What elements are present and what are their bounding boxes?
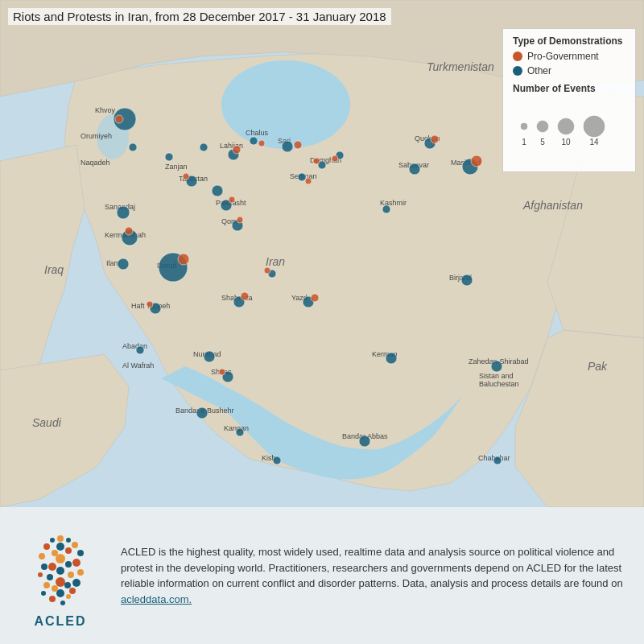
svg-point-90 <box>233 146 241 154</box>
svg-text:Orumiyeh: Orumiyeh <box>80 132 112 140</box>
svg-point-121 <box>77 550 84 556</box>
map-title: Riots and Protests in Iran, from 28 Dece… <box>8 8 391 25</box>
svg-point-117 <box>66 538 71 543</box>
svg-point-94 <box>183 173 189 180</box>
svg-point-112 <box>558 118 574 134</box>
svg-point-129 <box>65 561 72 568</box>
legend-type-title: Type of Demonstrations <box>513 35 625 47</box>
svg-point-99 <box>178 254 189 265</box>
svg-point-141 <box>69 588 76 594</box>
svg-point-59 <box>212 185 223 196</box>
svg-point-104 <box>311 294 319 302</box>
svg-text:Al Wafrah: Al Wafrah <box>122 361 154 369</box>
svg-point-135 <box>47 574 53 580</box>
svg-point-98 <box>125 227 133 235</box>
footer: ACLED ACLED is the highest quality, most… <box>0 507 644 644</box>
svg-text:5: 5 <box>540 138 545 147</box>
svg-point-127 <box>41 564 47 570</box>
svg-point-128 <box>56 554 65 564</box>
svg-point-63 <box>117 206 130 219</box>
svg-point-107 <box>332 155 338 162</box>
legend-size-title: Number of Events <box>513 83 625 94</box>
svg-point-134 <box>68 572 74 578</box>
pro-gov-label: Pro-Government <box>527 51 599 62</box>
svg-point-132 <box>38 572 43 577</box>
svg-point-108 <box>521 123 527 130</box>
footer-description: ACLED is the highest quality, most widel… <box>121 544 628 607</box>
legend-pro-gov: Pro-Government <box>513 51 625 62</box>
svg-text:1: 1 <box>522 138 526 147</box>
svg-text:Iran: Iran <box>266 255 285 268</box>
svg-point-100 <box>431 135 439 143</box>
other-dot <box>513 66 522 76</box>
svg-point-123 <box>56 543 64 551</box>
svg-point-101 <box>471 155 482 167</box>
svg-point-119 <box>50 538 55 543</box>
svg-point-62 <box>298 173 306 181</box>
svg-point-118 <box>72 542 78 548</box>
pro-gov-dot <box>513 52 522 61</box>
svg-point-68 <box>409 163 420 175</box>
svg-point-65 <box>118 258 129 270</box>
svg-point-54 <box>200 143 208 151</box>
svg-point-110 <box>537 121 548 132</box>
svg-text:Sistan and: Sistan and <box>479 372 514 380</box>
svg-point-84 <box>382 205 390 213</box>
svg-text:Saudi: Saudi <box>32 416 62 429</box>
legend-other: Other <box>513 65 625 76</box>
svg-point-105 <box>219 369 225 375</box>
svg-point-146 <box>60 601 65 605</box>
footer-link[interactable]: acleddata.com. <box>121 593 192 605</box>
svg-point-92 <box>294 141 302 149</box>
svg-point-137 <box>43 582 50 588</box>
svg-point-7 <box>221 60 350 149</box>
footer-text-content: ACLED is the highest quality, most widel… <box>121 546 623 589</box>
svg-point-102 <box>147 301 153 308</box>
svg-point-79 <box>273 456 281 464</box>
footer-logo: ACLED <box>16 519 105 632</box>
svg-text:10: 10 <box>561 138 571 147</box>
svg-point-131 <box>77 569 84 576</box>
svg-point-96 <box>237 217 243 223</box>
svg-text:Turkmenistan: Turkmenistan <box>427 60 494 73</box>
svg-point-142 <box>41 591 46 596</box>
svg-point-74 <box>204 351 215 362</box>
svg-point-114 <box>584 116 605 137</box>
svg-point-143 <box>56 589 64 597</box>
svg-text:Chalus: Chalus <box>246 129 269 137</box>
svg-text:Khvoy: Khvoy <box>95 106 116 114</box>
svg-point-80 <box>359 436 370 447</box>
svg-point-86 <box>165 153 173 161</box>
svg-text:Zanjan: Zanjan <box>165 163 188 171</box>
legend: Type of Demonstrations Pro-Government Ot… <box>502 28 636 172</box>
svg-text:Afghanistan: Afghanistan <box>522 199 583 212</box>
svg-text:Kashmir: Kashmir <box>380 199 407 207</box>
svg-text:Pak: Pak <box>588 360 608 373</box>
svg-point-133 <box>56 567 64 575</box>
other-label: Other <box>527 65 551 76</box>
svg-point-78 <box>236 428 244 436</box>
svg-point-93 <box>313 158 320 164</box>
map-container: Iraq Iran Afghanistan Pak Saudi Turkmeni… <box>0 0 644 507</box>
svg-point-89 <box>115 115 123 123</box>
svg-point-76 <box>386 353 397 364</box>
svg-point-88 <box>461 275 473 286</box>
svg-point-91 <box>258 140 265 147</box>
svg-point-136 <box>72 579 80 587</box>
svg-point-106 <box>264 267 270 274</box>
svg-text:Naqadeh: Naqadeh <box>80 159 110 167</box>
svg-point-77 <box>196 407 208 419</box>
svg-point-55 <box>250 137 258 145</box>
svg-point-140 <box>52 585 58 592</box>
svg-point-138 <box>56 577 65 587</box>
svg-point-97 <box>305 178 312 184</box>
svg-point-122 <box>39 553 45 559</box>
svg-point-120 <box>43 543 50 550</box>
svg-point-81 <box>491 361 502 372</box>
svg-point-116 <box>57 535 64 542</box>
svg-point-73 <box>136 346 144 354</box>
svg-text:Baluchestan: Baluchestan <box>479 380 519 388</box>
svg-point-103 <box>241 292 249 300</box>
svg-point-126 <box>72 559 80 567</box>
svg-point-139 <box>64 582 71 588</box>
